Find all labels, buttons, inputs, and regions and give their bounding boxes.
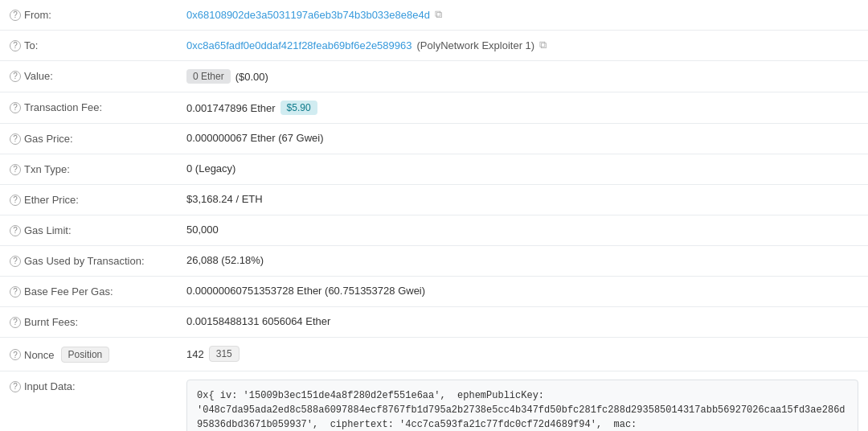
label-txn-type: ? Txn Type: (10, 162, 186, 175)
label-nonce-text: Nonce (24, 349, 55, 361)
from-address-link[interactable]: 0x68108902de3a5031197a6eb3b74b3b033e8e8e… (186, 9, 430, 21)
label-ether-price: ? Ether Price: (10, 193, 186, 206)
label-gas-used: ? Gas Used by Transaction: (10, 254, 186, 267)
copy-from-icon[interactable]: ⧉ (435, 8, 442, 21)
fee-ether-text: 0.001747896 Ether (186, 102, 276, 114)
row-gas-used: ? Gas Used by Transaction: 26,088 (52.18… (0, 246, 868, 277)
label-txn-type-text: Txn Type: (24, 163, 70, 175)
input-data-textarea[interactable] (186, 380, 858, 431)
row-base-fee: ? Base Fee Per Gas: 0.00000060751353728 … (0, 277, 868, 307)
row-transaction-fee: ? Transaction Fee: 0.001747896 Ether $5.… (0, 92, 868, 124)
help-icon-gas-limit[interactable]: ? (10, 225, 21, 236)
label-gas-used-text: Gas Used by Transaction: (24, 255, 145, 267)
help-icon-input-data[interactable]: ? (10, 381, 21, 392)
row-gas-price: ? Gas Price: 0.000000067 Ether (67 Gwei) (0, 124, 868, 154)
label-value: ? Value: (10, 69, 186, 82)
label-ether-price-text: Ether Price: (24, 194, 79, 206)
value-transaction-fee: 0.001747896 Ether $5.90 (186, 101, 858, 115)
help-icon-ether-price[interactable]: ? (10, 195, 21, 206)
to-address-link[interactable]: 0xc8a65fadf0e0ddaf421f28feab69bf6e2e5899… (186, 39, 412, 51)
value-base-fee: 0.00000060751353728 Ether (60.751353728 … (186, 285, 858, 297)
label-from: ? From: (10, 8, 186, 21)
label-to-text: To: (24, 39, 38, 51)
transaction-details: ? From: 0x68108902de3a5031197a6eb3b74b3b… (0, 0, 868, 431)
row-from: ? From: 0x68108902de3a5031197a6eb3b74b3b… (0, 0, 868, 31)
label-nonce: ? Nonce Position (10, 346, 186, 363)
label-input-data-text: Input Data: (24, 380, 76, 392)
label-gas-price: ? Gas Price: (10, 132, 186, 145)
value-to: 0xc8a65fadf0e0ddaf421f28feab69bf6e2e5899… (186, 39, 858, 51)
value-input-data (186, 380, 858, 431)
gas-used-text: 26,088 (52.18%) (186, 254, 264, 266)
help-icon-from[interactable]: ? (10, 10, 21, 21)
label-gas-limit: ? Gas Limit: (10, 224, 186, 236)
value-gas-limit: 50,000 (186, 224, 858, 236)
value-gas-used: 26,088 (52.18%) (186, 254, 858, 266)
txn-type-text: 0 (Legacy) (186, 162, 235, 174)
label-base-fee-text: Base Fee Per Gas: (24, 285, 113, 298)
value-gas-price: 0.000000067 Ether (67 Gwei) (186, 132, 858, 144)
help-icon-gas-used[interactable]: ? (10, 256, 21, 267)
nonce-value: 142 (186, 348, 204, 360)
row-to: ? To: 0xc8a65fadf0e0ddaf421f28feab69bf6e… (0, 31, 868, 61)
label-gas-price-text: Gas Price: (24, 133, 73, 145)
label-transaction-fee-text: Transaction Fee: (24, 101, 102, 113)
to-name-badge: (PolyNetwork Exploiter 1) (417, 39, 535, 51)
gas-limit-text: 50,000 (186, 224, 219, 236)
row-burnt-fees: ? Burnt Fees: 0.00158488131 6056064 Ethe… (0, 307, 868, 338)
help-icon-value[interactable]: ? (10, 71, 21, 82)
copy-to-icon[interactable]: ⧉ (539, 39, 547, 51)
label-burnt-fees-text: Burnt Fees: (24, 316, 78, 328)
help-icon-base-fee[interactable]: ? (10, 286, 21, 298)
ether-price-text: $3,168.24 / ETH (186, 193, 263, 205)
value-burnt-fees: 0.00158488131 6056064 Ether (186, 315, 858, 327)
base-fee-text: 0.00000060751353728 Ether (60.751353728 … (186, 285, 425, 297)
value-ether-badge: 0 Ether (186, 69, 231, 84)
help-icon-nonce[interactable]: ? (10, 349, 21, 360)
label-from-text: From: (24, 9, 51, 21)
value-from: 0x68108902de3a5031197a6eb3b74b3b033e8e8e… (186, 8, 858, 21)
help-icon-transaction-fee[interactable]: ? (10, 102, 21, 113)
position-badge: Position (61, 347, 110, 363)
help-icon-txn-type[interactable]: ? (10, 164, 21, 175)
value-ether-price: $3,168.24 / ETH (186, 193, 858, 205)
label-value-text: Value: (24, 70, 53, 82)
row-value: ? Value: 0 Ether ($0.00) (0, 61, 868, 92)
row-nonce: ? Nonce Position 142 315 (0, 338, 868, 371)
row-input-data: ? Input Data: (0, 371, 868, 431)
gas-price-text: 0.000000067 Ether (67 Gwei) (186, 132, 324, 144)
row-gas-limit: ? Gas Limit: 50,000 (0, 216, 868, 246)
row-ether-price: ? Ether Price: $3,168.24 / ETH (0, 185, 868, 216)
value-nonce: 142 315 (186, 346, 858, 362)
label-transaction-fee: ? Transaction Fee: (10, 101, 186, 113)
fee-usd-badge: $5.90 (280, 101, 317, 115)
label-burnt-fees: ? Burnt Fees: (10, 315, 186, 328)
burnt-fees-text: 0.00158488131 6056064 Ether (186, 315, 330, 327)
label-to: ? To: (10, 39, 186, 51)
help-icon-to[interactable]: ? (10, 40, 21, 51)
label-base-fee: ? Base Fee Per Gas: (10, 285, 186, 298)
help-icon-gas-price[interactable]: ? (10, 133, 21, 145)
value-txn-type: 0 (Legacy) (186, 162, 858, 174)
value-value: 0 Ether ($0.00) (186, 69, 858, 84)
position-value-badge: 315 (209, 346, 240, 362)
label-gas-limit-text: Gas Limit: (24, 224, 72, 236)
value-usd: ($0.00) (235, 71, 268, 83)
label-input-data: ? Input Data: (10, 380, 186, 392)
row-txn-type: ? Txn Type: 0 (Legacy) (0, 154, 868, 185)
help-icon-burnt-fees[interactable]: ? (10, 317, 21, 328)
